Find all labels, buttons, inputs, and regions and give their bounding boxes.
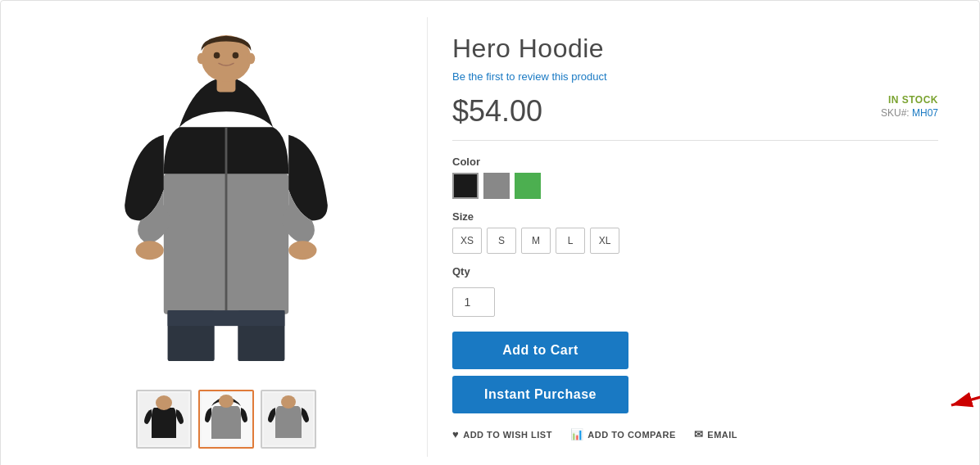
product-title: Hero Hoodie	[452, 34, 938, 64]
review-link[interactable]: Be the first to review this product	[452, 70, 938, 83]
sku-label: SKU#:	[881, 107, 910, 119]
wishlist-label: ADD TO WISH LIST	[463, 430, 552, 440]
stock-sku-block: IN STOCK SKU#: MH07	[881, 94, 938, 119]
email-icon: ✉	[694, 428, 704, 440]
compare-link[interactable]: 📊 ADD TO COMPARE	[570, 428, 676, 440]
action-buttons: Add to Cart Instant Purchase	[452, 332, 938, 413]
svg-point-15	[156, 395, 172, 410]
thumbnail-2[interactable]	[198, 390, 254, 449]
color-swatch-black[interactable]	[452, 173, 479, 199]
sku-row: SKU#: MH07	[881, 107, 938, 119]
size-xs[interactable]: XS	[452, 228, 482, 254]
svg-point-17	[219, 395, 234, 408]
qty-input[interactable]	[452, 287, 495, 317]
price-stock-row: $54.00 IN STOCK SKU#: MH07	[452, 94, 938, 141]
size-option: Size XS S M L XL	[452, 210, 938, 254]
color-swatch-green[interactable]	[515, 173, 541, 199]
stock-status: IN STOCK	[881, 94, 938, 106]
sku-value: MH07	[912, 107, 938, 119]
svg-line-21	[951, 384, 980, 405]
size-xl[interactable]: XL	[590, 228, 619, 254]
color-option: Color	[452, 156, 938, 199]
svg-point-11	[233, 52, 239, 59]
size-label: Size	[452, 210, 938, 223]
svg-point-4	[288, 241, 316, 260]
color-label: Color	[452, 156, 938, 168]
compare-icon: 📊	[570, 428, 584, 440]
size-m[interactable]: M	[521, 228, 551, 254]
size-options: XS S M L XL	[452, 228, 938, 254]
svg-rect-7	[168, 310, 285, 326]
main-product-image	[70, 25, 382, 369]
size-l[interactable]: L	[556, 228, 585, 254]
email-label: EMAIL	[707, 430, 737, 440]
product-images	[34, 17, 427, 457]
svg-point-10	[214, 52, 220, 59]
arrow-annotation	[938, 379, 980, 412]
svg-point-3	[136, 241, 164, 260]
email-link[interactable]: ✉ EMAIL	[694, 428, 737, 440]
thumbnail-list	[136, 390, 316, 449]
qty-label: Qty	[452, 265, 938, 278]
thumbnail-1[interactable]	[136, 390, 192, 449]
color-swatches	[452, 173, 938, 199]
svg-point-19	[281, 395, 296, 409]
svg-point-13	[247, 53, 256, 64]
compare-label: ADD TO COMPARE	[588, 430, 675, 440]
wishlist-link[interactable]: ♥ ADD TO WISH LIST	[452, 428, 552, 440]
instant-purchase-button[interactable]: Instant Purchase	[452, 376, 628, 413]
secondary-actions: ♥ ADD TO WISH LIST 📊 ADD TO COMPARE ✉ EM…	[452, 428, 938, 440]
size-s[interactable]: S	[487, 228, 516, 254]
color-swatch-gray[interactable]	[483, 173, 510, 199]
svg-point-12	[197, 53, 206, 64]
product-price: $54.00	[452, 94, 542, 129]
product-page: Hero Hoodie Be the first to review this …	[0, 0, 980, 465]
product-details: Hero Hoodie Be the first to review this …	[427, 17, 946, 457]
qty-section: Qty	[452, 265, 938, 317]
thumbnail-3[interactable]	[261, 390, 316, 449]
add-to-cart-button[interactable]: Add to Cart	[452, 332, 628, 369]
heart-icon: ♥	[452, 428, 459, 440]
